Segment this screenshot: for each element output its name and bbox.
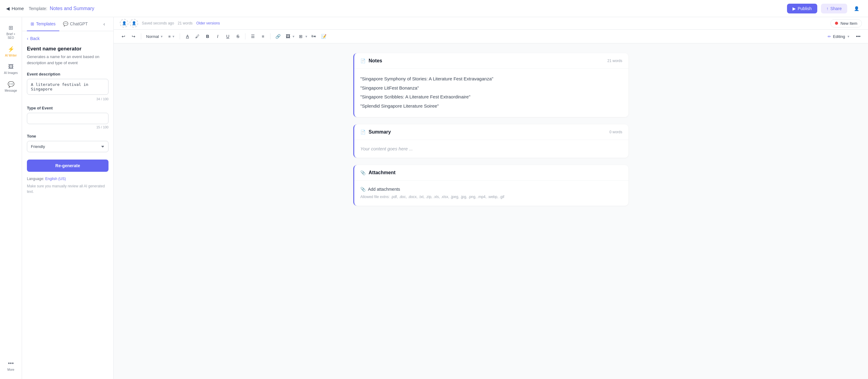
toolbar-sep-2 xyxy=(180,33,180,39)
type-of-event-input[interactable]: Literature Fest xyxy=(27,113,108,124)
home-label: Home xyxy=(11,6,24,11)
sidebar-item-message[interactable]: 💬 Message xyxy=(2,78,20,95)
saved-status: Saved seconds ago xyxy=(142,21,174,25)
text-style-dropdown[interactable]: Normal ▼ xyxy=(144,33,166,40)
image-button[interactable]: 🖼 xyxy=(283,31,293,41)
event-description-label: Event description xyxy=(27,72,108,76)
event-description-group: Event description A literature festival … xyxy=(27,72,108,101)
toolbar-insert-group: 🔗 🖼 ▼ ⊞ ▼ T✕ 📝 xyxy=(273,31,329,41)
topbar-left: ◀ Home Template: Notes and Summary xyxy=(6,6,94,11)
highlight-button[interactable]: 🖊 xyxy=(192,31,202,41)
main-layout: ⊞ Brief + SEO ⚡ AI Writer 🖼 AI Images 💬 … xyxy=(0,17,868,379)
back-button[interactable]: ‹ Back xyxy=(27,36,40,41)
editor-area: 👤 👤 Saved seconds ago 21 words Older ver… xyxy=(114,17,868,379)
summary-section: 📄 Summary 0 words Your content goes here… xyxy=(353,124,628,158)
editing-mode-label: Editing xyxy=(833,34,845,39)
attachment-hint: Allowed file extns: .pdf, .doc, .docx, .… xyxy=(360,194,622,199)
toolbar-sep-1 xyxy=(141,33,141,39)
add-attachments-row[interactable]: 📎 Add attachments xyxy=(360,187,622,192)
notes-header-left: 📄 Notes xyxy=(360,58,382,64)
template-name-link[interactable]: Notes and Summary xyxy=(50,6,94,11)
editing-mode-arrow: ▼ xyxy=(847,35,850,38)
notes-body[interactable]: "Singapore Symphony of Stories: A Litera… xyxy=(354,69,628,117)
bold-button[interactable]: B xyxy=(203,31,212,41)
sidebar-item-ai-images[interactable]: 🖼 AI Images xyxy=(2,61,20,77)
collaborator-avatar-1[interactable]: 👤 xyxy=(120,19,128,28)
toolbar-mode-group: ✏ Editing ▼ ••• xyxy=(825,31,863,41)
table-button[interactable]: ⊞ xyxy=(296,31,306,41)
publish-label: Publish xyxy=(798,6,812,11)
panel-content: ‹ Back Event name generator Generates a … xyxy=(22,31,114,379)
tone-select[interactable]: Friendly Professional Casual Formal xyxy=(27,141,108,152)
notes-line-3: "Singapore Scribbles: A Literature Fest … xyxy=(360,93,622,101)
type-of-event-group: Type of Event Literature Fest 15 / 100 xyxy=(27,106,108,129)
sidebar-item-more[interactable]: ••• More xyxy=(2,358,20,374)
attachment-section: 📎 Attachment 📎 Add attachments Allowed f… xyxy=(353,165,628,206)
regenerate-button[interactable]: Re-generate xyxy=(27,160,108,172)
notes-title: Notes xyxy=(369,58,382,64)
text-color-button[interactable]: A xyxy=(183,31,192,41)
panel-tabs: ⊞ Templates 💬 ChatGPT ‹ xyxy=(22,17,114,31)
numbered-list-button[interactable]: ≡ xyxy=(258,31,268,41)
clear-format-button[interactable]: T✕ xyxy=(309,31,318,41)
sidebar-item-label: AI Writer xyxy=(5,54,17,58)
sidebar-item-ai-writer[interactable]: ⚡ AI Writer xyxy=(2,43,20,60)
italic-button[interactable]: I xyxy=(213,31,222,41)
chevron-left-icon: ◀ xyxy=(6,6,10,11)
undo-button[interactable]: ↩ xyxy=(119,31,128,41)
share-icon: ↑ xyxy=(827,6,829,11)
toolbar-style-group: Normal ▼ ≡ ▼ xyxy=(144,33,177,40)
home-link[interactable]: ◀ Home xyxy=(6,6,24,11)
publish-button[interactable]: ▶ Publish xyxy=(787,4,817,13)
pencil-icon: ✏ xyxy=(828,34,831,39)
event-description-input[interactable]: A literature festival in Singapore xyxy=(27,79,108,95)
align-dropdown[interactable]: ≡ ▼ xyxy=(166,33,178,40)
publish-icon: ▶ xyxy=(793,6,796,11)
table-dropdown-arrow: ▼ xyxy=(305,35,308,38)
sidebar-item-label: More xyxy=(7,368,14,372)
toolbar-list-group: ☰ ≡ xyxy=(248,31,268,41)
summary-body[interactable]: Your content goes here ... xyxy=(354,140,628,158)
strikethrough-button[interactable]: S xyxy=(233,31,243,41)
notes-section-header: 📄 Notes 21 words xyxy=(354,53,628,69)
editor-inner: 📄 Notes 21 words "Singapore Symphony of … xyxy=(353,53,628,206)
summary-title: Summary xyxy=(369,129,391,135)
notes-line-2: "Singapore LitFest Bonanza" xyxy=(360,84,622,92)
generator-description: Generates a name for an event based on d… xyxy=(27,54,108,66)
tab-chatgpt[interactable]: 💬 ChatGPT xyxy=(59,17,91,31)
attachment-body: 📎 Add attachments Allowed file extns: .p… xyxy=(354,181,628,206)
chatgpt-tab-label: ChatGPT xyxy=(70,22,88,26)
chatgpt-tab-icon: 💬 xyxy=(63,22,68,26)
more-options-button[interactable]: ••• xyxy=(853,31,863,41)
sidebar-item-brief-seo[interactable]: ⊞ Brief + SEO xyxy=(2,22,20,42)
tab-templates[interactable]: ⊞ Templates xyxy=(27,17,59,31)
bullet-list-button[interactable]: ☰ xyxy=(248,31,258,41)
share-button[interactable]: ↑ Share xyxy=(821,4,847,13)
topbar-right: ▶ Publish ↑ Share 👤 xyxy=(787,3,862,14)
type-of-event-char-count: 15 / 100 xyxy=(27,125,108,129)
add-attachment-icon: 📎 xyxy=(360,187,366,192)
notes-line-4: "Splendid Singapore Literature Soiree" xyxy=(360,102,622,110)
templates-tab-icon: ⊞ xyxy=(31,22,34,26)
user-avatar[interactable]: 👤 xyxy=(851,3,862,14)
language-link[interactable]: English (US) xyxy=(45,177,66,181)
more-icon: ••• xyxy=(8,360,14,367)
older-versions-link[interactable]: Older versions xyxy=(196,21,220,25)
editing-mode-button[interactable]: ✏ Editing ▼ xyxy=(825,33,853,40)
link-button[interactable]: 🔗 xyxy=(273,31,283,41)
new-item-button[interactable]: New Item xyxy=(830,19,862,28)
new-item-dot xyxy=(835,22,838,25)
new-item-label: New Item xyxy=(840,21,857,26)
notes-word-count: 21 words xyxy=(607,59,622,63)
summary-header-left: 📄 Summary xyxy=(360,129,391,135)
template-prefix-label: Template: xyxy=(29,6,48,11)
toolbar-sep-4 xyxy=(270,33,271,39)
message-icon: 💬 xyxy=(8,81,14,88)
toolbar-sep-3 xyxy=(245,33,245,39)
redo-button[interactable]: ↪ xyxy=(129,31,138,41)
underline-button[interactable]: U xyxy=(223,31,232,41)
collaborator-avatar-2[interactable]: 👤 xyxy=(130,19,138,28)
panel-collapse-button[interactable]: ‹ xyxy=(100,20,108,28)
note-button[interactable]: 📝 xyxy=(319,31,329,41)
align-icon: ≡ xyxy=(168,34,171,39)
